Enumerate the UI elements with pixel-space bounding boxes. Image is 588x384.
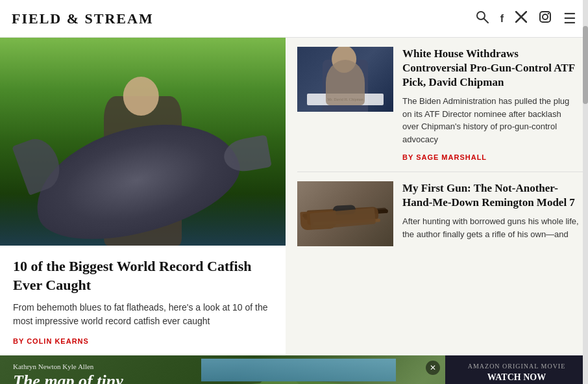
article-1-content: White House Withdraws Controversial Pro-… <box>402 47 579 162</box>
article-1-title: White House Withdraws Controversial Pro-… <box>402 47 579 90</box>
featured-article[interactable]: 10 of the Biggest World Record Catfish E… <box>0 38 286 355</box>
right-articles: Mr. David H. Chipman White House Withdra… <box>286 38 588 355</box>
page-wrapper: FIELD & STREAM f ☰ <box>0 0 588 384</box>
header-icons: f ☰ <box>476 10 576 27</box>
svg-point-3 <box>543 14 548 19</box>
ad-title-line1: The map of tiny <box>13 372 123 384</box>
article-2-description: After hunting with borrowed guns his who… <box>402 215 579 240</box>
hero-image <box>0 38 286 246</box>
site-logo[interactable]: FIELD & STREAM <box>12 10 154 27</box>
article-2-thumbnail <box>297 181 393 246</box>
scrollbar[interactable] <box>583 0 588 384</box>
article-text-block: 10 of the Biggest World Record Catfish E… <box>0 246 286 355</box>
instagram-icon[interactable] <box>539 10 552 27</box>
facebook-icon[interactable]: f <box>500 13 504 25</box>
svg-point-0 <box>477 12 485 19</box>
header: FIELD & STREAM f ☰ <box>0 0 588 38</box>
article-2-content: My First Gun: The Not-Another-Hand-Me-Do… <box>402 181 579 246</box>
article-1-description: The Biden Administration has pulled the … <box>402 95 579 146</box>
menu-icon[interactable]: ☰ <box>563 10 576 27</box>
svg-line-1 <box>484 19 488 23</box>
side-article-1[interactable]: Mr. David H. Chipman White House Withdra… <box>297 38 588 172</box>
article-1-thumbnail: Mr. David H. Chipman <box>297 47 393 112</box>
advertisement-banner: Kathryn Newton Kyle Allen The map of tin… <box>0 355 588 384</box>
ad-right-content: AMAZON ORIGINAL MOVIE WATCH NOW prime vi… <box>445 355 588 384</box>
article-description: From behemoth blues to fat flatheads, he… <box>13 301 273 328</box>
scrollbar-thumb[interactable] <box>583 26 588 104</box>
main-content: 10 of the Biggest World Record Catfish E… <box>0 38 588 355</box>
ad-scene-decoration <box>201 359 396 384</box>
article-1-byline: BY SAGE MARSHALL <box>402 153 487 161</box>
article-title: 10 of the Biggest World Record Catfish E… <box>13 257 273 294</box>
search-icon[interactable] <box>476 10 489 27</box>
ad-amazon-label: AMAZON ORIGINAL MOVIE <box>468 363 566 370</box>
side-article-2[interactable]: My First Gun: The Not-Another-Hand-Me-Do… <box>297 172 588 255</box>
article-2-title: My First Gun: The Not-Another-Hand-Me-Do… <box>402 181 579 210</box>
article-byline: BY COLIN KEARNS <box>13 337 89 345</box>
twitter-icon[interactable] <box>515 11 527 26</box>
svg-point-4 <box>548 13 549 14</box>
ad-watch-now: WATCH NOW <box>487 372 546 383</box>
